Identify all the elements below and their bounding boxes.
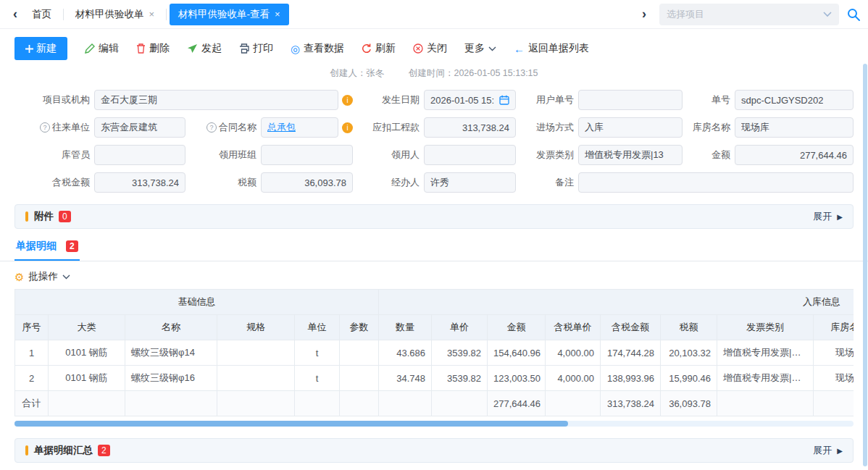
group-header-row: 基础信息 入库信息	[15, 290, 854, 315]
amount-input[interactable]: 277,644.46	[735, 145, 854, 165]
counterparty-input[interactable]: 东营金辰建筑	[94, 117, 185, 138]
attachments-title: 附件	[34, 210, 54, 223]
tax-input[interactable]: 36,093.78	[261, 172, 353, 193]
info-icon[interactable]: i	[342, 95, 353, 106]
triangle-right-icon: ▶	[837, 447, 843, 455]
edit-button[interactable]: 编辑	[85, 42, 119, 55]
view-data-button[interactable]: ◎ 查看数据	[291, 42, 344, 55]
back-to-list-button[interactable]: ← 返回单据列表	[514, 42, 589, 55]
table-row[interactable]: 20101 钢筋螺纹三级钢φ16t34.7483539.82123,003.50…	[15, 366, 854, 391]
tabs-scroll-left-icon[interactable]: ‹	[7, 7, 23, 22]
field-tax-incl-amount: 含税金额 313,738.24	[14, 172, 185, 193]
detail-summary-bar[interactable]: 单据明细汇总 2 展开 ▶	[14, 438, 854, 463]
summary-expand-button[interactable]: 展开 ▶	[813, 444, 843, 457]
entry-mode-input[interactable]: 入库	[578, 117, 683, 138]
attachments-expand-button[interactable]: 展开 ▶	[813, 210, 843, 223]
project-select-input[interactable]	[667, 9, 823, 20]
attachments-bar[interactable]: 附件 0 展开 ▶	[14, 204, 854, 229]
table-cell	[814, 391, 854, 416]
field-keeper: 库管员	[14, 145, 185, 165]
summary-title: 单据明细汇总	[34, 444, 93, 457]
req-team-input[interactable]	[261, 145, 353, 165]
table-row[interactable]: 10101 钢筋螺纹三级钢φ14t43.6863539.82154,640.96…	[15, 340, 854, 366]
table-cell: 277,644.46	[488, 391, 546, 416]
field-doc-no: 单号 sdpc-CLJGYSD202	[683, 90, 854, 110]
warehouse-input[interactable]: 现场库	[735, 117, 854, 138]
column-header: 大类	[49, 315, 125, 340]
field-label: 备注	[516, 176, 578, 189]
tax-incl-amount-input[interactable]: 313,738.24	[94, 172, 185, 193]
req-person-input[interactable]	[424, 145, 516, 165]
creator-meta: 创建人：张冬 创建时间：2026-01-05 15:13:15	[0, 64, 868, 81]
tab-document-detail[interactable]: 单据明细 2	[14, 238, 80, 261]
column-header: 参数	[340, 315, 379, 340]
button-label: 查看数据	[304, 42, 344, 55]
field-entry-mode: 进场方式 入库	[516, 117, 683, 138]
batch-operations-button[interactable]: ⚙ 批操作	[14, 270, 854, 283]
print-button[interactable]: 打印	[239, 42, 273, 55]
initiate-button[interactable]: 发起	[187, 42, 222, 55]
help-icon[interactable]: ?	[40, 122, 50, 133]
project-select[interactable]	[659, 4, 839, 25]
column-header: 规格	[217, 315, 295, 340]
calendar-icon[interactable]	[499, 95, 509, 105]
user-doc-no-input[interactable]	[578, 90, 683, 110]
column-header: 含税金额	[601, 315, 661, 340]
tab-material-list[interactable]: 材料甲供验收单 ×	[67, 4, 163, 25]
column-header-row: 序号大类名称规格单位参数数量单价金额含税单价含税金额税额发票类别库房名称	[15, 315, 854, 340]
tab-bar: ‹ 首页 材料甲供验收单 × 材料甲供验收单-查看 × ›	[0, 0, 868, 29]
table-cell: 4,000.00	[546, 366, 601, 391]
contract-link[interactable]: 总承包	[267, 121, 296, 134]
table-cell	[432, 391, 488, 416]
field-label: 库房名称	[683, 121, 735, 134]
column-header: 序号	[15, 315, 49, 340]
pencil-icon	[85, 43, 95, 54]
horizontal-scrollbar[interactable]	[14, 421, 854, 427]
field-handler: 经办人 许秀	[353, 172, 516, 193]
column-header: 单价	[432, 315, 488, 340]
field-invoice-type: 发票类别 增值税专用发票|13	[516, 145, 683, 165]
triangle-right-icon: ▶	[837, 213, 843, 221]
more-button[interactable]: 更多	[464, 42, 496, 55]
doc-no-input[interactable]: sdpc-CLJGYSD202	[735, 90, 854, 110]
field-label: ?合同名称	[185, 121, 261, 134]
detail-count-badge: 2	[66, 240, 78, 252]
remark-input[interactable]	[578, 172, 854, 193]
table-cell: 313,738.24	[601, 391, 661, 416]
contract-input[interactable]: 总承包	[261, 117, 338, 138]
keeper-input[interactable]	[94, 145, 185, 165]
refresh-button[interactable]: 刷新	[362, 42, 396, 55]
new-button[interactable]: 新建	[14, 37, 67, 60]
field-label: 税额	[185, 176, 261, 189]
tab-home[interactable]: 首页	[23, 4, 60, 25]
tabs-scroll-right-icon[interactable]: ›	[636, 7, 652, 22]
button-label: 发起	[201, 42, 222, 55]
table-cell	[49, 391, 125, 416]
tab-close-icon[interactable]: ×	[275, 9, 280, 20]
field-label: ?往来单位	[14, 121, 94, 134]
deduct-amount-input[interactable]: 313,738.24	[424, 117, 516, 138]
detail-table-wrapper: 基础信息 入库信息 序号大类名称规格单位参数数量单价金额含税单价含税金额税额发票…	[14, 289, 854, 416]
invoice-type-input[interactable]: 增值税专用发票|13	[578, 145, 683, 165]
help-icon[interactable]: ?	[206, 122, 217, 133]
delete-button[interactable]: 删除	[136, 42, 170, 55]
project-input[interactable]: 金石大厦三期	[94, 90, 338, 110]
tab-close-icon[interactable]: ×	[149, 9, 155, 20]
section-marker	[25, 445, 28, 456]
chevron-down-icon	[488, 46, 496, 51]
field-warehouse: 库房名称 现场库	[683, 117, 854, 138]
field-label: 金额	[683, 148, 735, 161]
occur-date-input[interactable]: 2026-01-05 15:	[424, 90, 516, 110]
table-cell: 合计	[15, 391, 49, 416]
vertical-scrollbar-thumb[interactable]	[863, 64, 867, 466]
eye-icon: ◎	[291, 43, 300, 54]
info-icon[interactable]: i	[342, 122, 353, 133]
table-cell: 3539.82	[432, 366, 488, 391]
tab-label: 单据明细	[16, 240, 57, 253]
handler-input[interactable]: 许秀	[424, 172, 516, 193]
tab-material-view[interactable]: 材料甲供验收单-查看 ×	[170, 4, 289, 25]
close-button[interactable]: 关闭	[413, 42, 447, 55]
search-icon[interactable]	[846, 7, 861, 22]
horizontal-scrollbar-thumb[interactable]	[14, 421, 568, 427]
table-cell: 20,103.32	[661, 340, 717, 366]
